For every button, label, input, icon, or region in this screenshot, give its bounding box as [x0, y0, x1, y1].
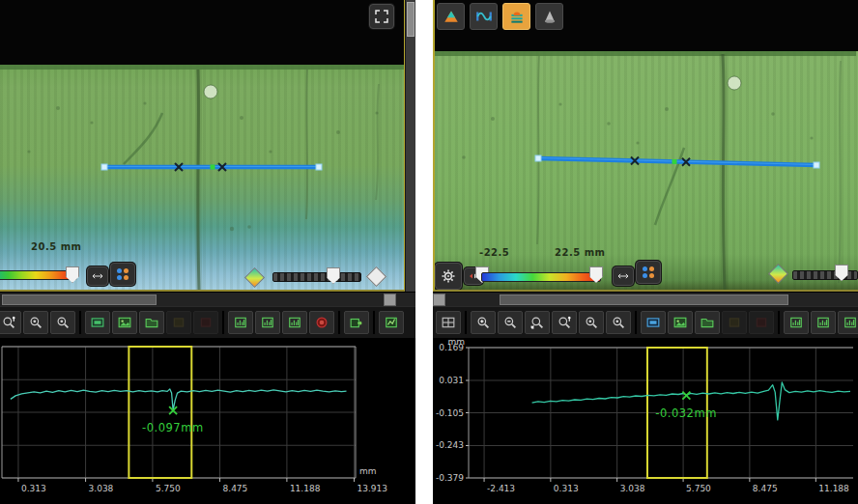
view-profile-graph-button[interactable] — [470, 3, 498, 30]
cone-icon — [541, 8, 558, 25]
right-scale-max-label: 22.5 mm — [555, 247, 606, 258]
measure-tool-3-button[interactable] — [282, 311, 307, 334]
svg-text:3.038: 3.038 — [89, 484, 114, 493]
svg-text:3.038: 3.038 — [620, 484, 645, 493]
measure-tool-3-button[interactable] — [838, 311, 858, 334]
zoom-next-button[interactable] — [606, 311, 631, 334]
svg-text:-0.243: -0.243 — [436, 440, 464, 450]
left-toolbar — [0, 306, 415, 338]
left-viewport-wrap: 20.5 mm — [0, 0, 415, 292]
settings-button[interactable] — [435, 263, 462, 290]
right-color-scale-bar[interactable] — [481, 272, 601, 282]
left-display-mode-button[interactable] — [110, 263, 135, 286]
left-profile-chart: 0.3133.0385.7508.47511.18813.913mm-0.097… — [0, 338, 415, 504]
right-view-buttons — [437, 3, 563, 30]
view-3d-shape-button[interactable] — [535, 3, 563, 30]
zoom-prev-button[interactable] — [23, 311, 48, 334]
dim-red-icon — [755, 316, 768, 329]
left-scroll-corner[interactable] — [384, 294, 396, 306]
left-horizontal-scrollbar-thumb[interactable] — [2, 294, 157, 305]
export-data-button[interactable] — [344, 311, 369, 334]
peak-icon — [443, 8, 460, 25]
svg-text:11.188: 11.188 — [818, 484, 849, 493]
left-surface-view[interactable]: 20.5 mm — [0, 0, 406, 292]
right-profile-chart-svg[interactable]: -2.4130.3133.0385.7508.47511.1880.1690.0… — [433, 338, 854, 504]
measurement-app: 20.5 mm — [0, 0, 858, 504]
left-position-slider[interactable] — [272, 272, 361, 282]
screen-blue-icon — [646, 316, 660, 329]
zoom-out-button[interactable] — [498, 311, 523, 334]
svg-text:-0.105: -0.105 — [436, 408, 464, 418]
save-image-button[interactable] — [668, 311, 693, 334]
eq-icon — [816, 316, 830, 329]
right-range-fit-button[interactable] — [613, 266, 634, 286]
left-horizontal-scrollbar[interactable] — [0, 292, 415, 306]
zoom-fit-button[interactable] — [525, 311, 550, 334]
dim-red-icon — [199, 316, 213, 329]
svg-text:-0.097mm: -0.097mm — [142, 421, 203, 434]
mag-dot-icon — [29, 316, 43, 329]
left-vertical-scrollbar[interactable] — [405, 0, 415, 292]
mag-dot-icon — [56, 316, 70, 329]
record-button[interactable] — [309, 311, 334, 334]
layout-icon — [442, 316, 455, 329]
svg-text:5.750: 5.750 — [686, 484, 711, 493]
svg-text:0.313: 0.313 — [21, 484, 46, 493]
right-display-mode-button[interactable] — [636, 261, 661, 284]
four-dots-icon — [117, 268, 129, 280]
svg-text:-0.379: -0.379 — [436, 473, 464, 483]
svg-text:0.031: 0.031 — [439, 376, 464, 385]
zoom-pan-button[interactable] — [0, 311, 21, 334]
eq-icon — [261, 316, 274, 329]
zoom-prev-button[interactable] — [579, 311, 604, 334]
view-layers-button[interactable] — [502, 3, 530, 30]
toolbar-separator — [778, 311, 780, 334]
right-horizontal-scrollbar[interactable] — [433, 292, 858, 306]
svg-text:mm: mm — [359, 466, 377, 476]
zoom-in-button[interactable] — [471, 311, 496, 334]
measure-tool-2-button[interactable] — [811, 311, 836, 334]
mag-minus-icon — [503, 316, 517, 329]
four-dots-icon — [643, 266, 654, 278]
save-image-button[interactable] — [112, 311, 137, 334]
right-profile-chart: -2.4130.3133.0385.7508.47511.1880.1690.0… — [433, 338, 858, 504]
view-height-map-button[interactable] — [437, 3, 465, 30]
svg-text:11.188: 11.188 — [290, 484, 321, 493]
toolbar-separator — [79, 311, 81, 334]
toolbar-separator — [222, 311, 224, 334]
left-range-fit-button[interactable] — [87, 266, 108, 286]
svg-text:13.913: 13.913 — [358, 484, 388, 493]
load-image-button[interactable] — [139, 311, 164, 334]
toolbar-separator — [635, 311, 637, 334]
svg-text:8.475: 8.475 — [753, 484, 778, 493]
capture-screen-button[interactable] — [85, 311, 110, 334]
load-image-button[interactable] — [695, 311, 720, 334]
measure-tool-2-button[interactable] — [255, 311, 280, 334]
view-layout-button[interactable] — [436, 311, 461, 334]
fullscreen-button[interactable] — [369, 4, 394, 29]
mag-dot-icon — [612, 316, 625, 329]
mag-arrows-icon — [530, 316, 544, 329]
right-horizontal-scrollbar-thumb[interactable] — [500, 294, 788, 305]
capture-screen-button[interactable] — [641, 311, 666, 334]
eq-icon — [789, 316, 803, 329]
left-vertical-scrollbar-thumb[interactable] — [407, 2, 415, 37]
eq-icon — [288, 316, 301, 329]
zoom-pan-button[interactable] — [552, 311, 577, 334]
mag-v-icon — [558, 316, 571, 329]
left-profile-chart-svg[interactable]: 0.3133.0385.7508.47511.18813.913mm-0.097… — [0, 338, 414, 504]
svg-text:5.750: 5.750 — [156, 484, 181, 493]
screen-icon — [91, 316, 104, 329]
zoom-next-button[interactable] — [50, 311, 75, 334]
toolbar-separator — [465, 311, 467, 334]
measure-tool-1-button[interactable] — [784, 311, 809, 334]
record-icon — [315, 316, 329, 329]
right-surface-view[interactable]: -22.5 22.5 mm — [433, 0, 858, 292]
measure-tool-1-button[interactable] — [228, 311, 253, 334]
right-scroll-corner[interactable] — [433, 294, 445, 306]
folder-icon — [701, 316, 714, 329]
right-scale-min-label: -22.5 — [479, 247, 509, 258]
export-report-button[interactable] — [379, 311, 404, 334]
folder-icon — [145, 316, 158, 329]
panel-gap — [415, 0, 433, 504]
